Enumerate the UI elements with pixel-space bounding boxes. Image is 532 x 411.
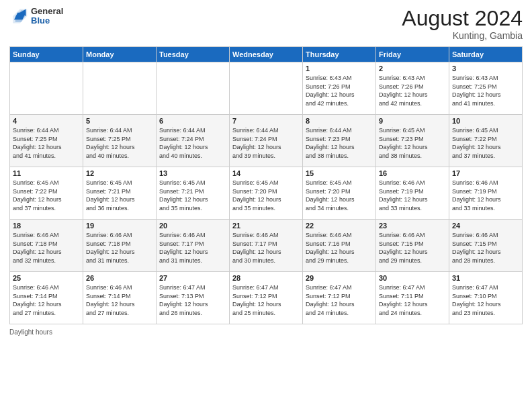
table-row: 7Sunrise: 6:44 AMSunset: 7:24 PMDaylight… [230,115,303,167]
day-number: 8 [306,117,373,125]
logo-text: General Blue [31,7,63,26]
day-number: 24 [452,222,519,230]
generalblue-logo-icon [9,7,28,26]
calendar-week-5: 25Sunrise: 6:46 AMSunset: 7:14 PMDayligh… [10,272,523,324]
day-content: Sunrise: 6:46 AMSunset: 7:14 PMDaylight:… [86,283,153,317]
calendar-table: Sunday Monday Tuesday Wednesday Thursday… [9,46,523,324]
table-row: 26Sunrise: 6:46 AMSunset: 7:14 PMDayligh… [83,272,157,324]
table-row: 23Sunrise: 6:46 AMSunset: 7:15 PMDayligh… [376,220,449,272]
table-row: 3Sunrise: 6:43 AMSunset: 7:25 PMDaylight… [449,62,523,115]
day-content: Sunrise: 6:46 AMSunset: 7:18 PMDaylight:… [13,231,80,265]
logo: General Blue [9,7,63,26]
day-number: 12 [86,169,153,177]
day-content: Sunrise: 6:47 AMSunset: 7:11 PMDaylight:… [379,283,446,317]
daylight-label: Daylight hours [9,328,52,336]
day-content: Sunrise: 6:45 AMSunset: 7:22 PMDaylight:… [13,179,80,212]
day-number: 26 [86,274,153,282]
day-number: 11 [13,169,80,177]
day-content: Sunrise: 6:46 AMSunset: 7:18 PMDaylight:… [86,231,153,265]
title-block: August 2024 Kunting, Gambia [402,7,523,41]
day-content: Sunrise: 6:43 AMSunset: 7:25 PMDaylight:… [452,74,519,107]
col-wednesday: Wednesday [230,47,303,62]
day-number: 19 [86,222,153,230]
day-number: 10 [452,117,519,125]
day-content: Sunrise: 6:47 AMSunset: 7:13 PMDaylight:… [159,283,226,317]
table-row: 6Sunrise: 6:44 AMSunset: 7:24 PMDaylight… [157,115,230,167]
col-tuesday: Tuesday [157,47,230,62]
table-row: 11Sunrise: 6:45 AMSunset: 7:22 PMDayligh… [10,167,83,220]
table-row: 9Sunrise: 6:45 AMSunset: 7:23 PMDaylight… [376,115,449,167]
table-row: 27Sunrise: 6:47 AMSunset: 7:13 PMDayligh… [157,272,230,324]
table-row: 19Sunrise: 6:46 AMSunset: 7:18 PMDayligh… [83,220,157,272]
day-number: 15 [306,169,373,177]
day-number: 17 [452,169,519,177]
logo-blue: Blue [31,16,63,26]
day-content: Sunrise: 6:46 AMSunset: 7:15 PMDaylight:… [452,231,519,265]
table-row: 14Sunrise: 6:45 AMSunset: 7:20 PMDayligh… [230,167,303,220]
day-content: Sunrise: 6:44 AMSunset: 7:23 PMDaylight:… [306,126,373,160]
day-number: 4 [13,117,80,125]
table-row: 18Sunrise: 6:46 AMSunset: 7:18 PMDayligh… [10,220,83,272]
table-row: 5Sunrise: 6:44 AMSunset: 7:25 PMDaylight… [83,115,157,167]
calendar-week-3: 11Sunrise: 6:45 AMSunset: 7:22 PMDayligh… [10,167,523,220]
table-row: 25Sunrise: 6:46 AMSunset: 7:14 PMDayligh… [10,272,83,324]
table-row: 8Sunrise: 6:44 AMSunset: 7:23 PMDaylight… [303,115,376,167]
day-number: 20 [159,222,226,230]
table-row [83,62,157,115]
day-content: Sunrise: 6:46 AMSunset: 7:15 PMDaylight:… [379,231,446,265]
day-content: Sunrise: 6:44 AMSunset: 7:25 PMDaylight:… [13,126,80,160]
table-row: 24Sunrise: 6:46 AMSunset: 7:15 PMDayligh… [449,220,523,272]
table-row: 20Sunrise: 6:46 AMSunset: 7:17 PMDayligh… [157,220,230,272]
day-number: 29 [306,274,373,282]
day-number: 27 [159,274,226,282]
calendar-title: August 2024 [402,7,523,30]
logo-general: General [31,7,63,16]
day-content: Sunrise: 6:45 AMSunset: 7:23 PMDaylight:… [379,126,446,160]
day-number: 2 [379,64,446,73]
day-content: Sunrise: 6:44 AMSunset: 7:24 PMDaylight:… [232,126,300,160]
day-content: Sunrise: 6:46 AMSunset: 7:14 PMDaylight:… [13,283,80,317]
calendar-location: Kunting, Gambia [402,30,523,41]
table-row: 2Sunrise: 6:43 AMSunset: 7:26 PMDaylight… [376,62,449,115]
day-number: 3 [452,64,519,73]
day-number: 31 [452,274,519,282]
day-content: Sunrise: 6:45 AMSunset: 7:20 PMDaylight:… [306,179,373,212]
day-number: 6 [159,117,226,125]
col-saturday: Saturday [449,47,523,62]
day-content: Sunrise: 6:47 AMSunset: 7:10 PMDaylight:… [452,283,519,317]
day-number: 9 [379,117,446,125]
table-row: 17Sunrise: 6:46 AMSunset: 7:19 PMDayligh… [449,167,523,220]
day-number: 30 [379,274,446,282]
page-header: General Blue August 2024 Kunting, Gambia [9,7,523,41]
day-number: 22 [306,222,373,230]
day-number: 18 [13,222,80,230]
table-row: 15Sunrise: 6:45 AMSunset: 7:20 PMDayligh… [303,167,376,220]
table-row: 30Sunrise: 6:47 AMSunset: 7:11 PMDayligh… [376,272,449,324]
day-content: Sunrise: 6:46 AMSunset: 7:19 PMDaylight:… [379,179,446,212]
col-sunday: Sunday [10,47,83,62]
day-content: Sunrise: 6:47 AMSunset: 7:12 PMDaylight:… [306,283,373,317]
day-number: 28 [232,274,300,282]
day-number: 21 [232,222,300,230]
day-content: Sunrise: 6:44 AMSunset: 7:24 PMDaylight:… [159,126,226,160]
table-row: 1Sunrise: 6:43 AMSunset: 7:26 PMDaylight… [303,62,376,115]
day-number: 16 [379,169,446,177]
table-row [10,62,83,115]
table-row: 21Sunrise: 6:46 AMSunset: 7:17 PMDayligh… [230,220,303,272]
day-number: 23 [379,222,446,230]
table-row: 12Sunrise: 6:45 AMSunset: 7:21 PMDayligh… [83,167,157,220]
table-row [157,62,230,115]
calendar-week-1: 1Sunrise: 6:43 AMSunset: 7:26 PMDaylight… [10,62,523,115]
day-number: 25 [13,274,80,282]
col-friday: Friday [376,47,449,62]
table-row: 28Sunrise: 6:47 AMSunset: 7:12 PMDayligh… [230,272,303,324]
table-row: 10Sunrise: 6:45 AMSunset: 7:22 PMDayligh… [449,115,523,167]
calendar-week-2: 4Sunrise: 6:44 AMSunset: 7:25 PMDaylight… [10,115,523,167]
day-content: Sunrise: 6:46 AMSunset: 7:19 PMDaylight:… [452,179,519,212]
table-row: 16Sunrise: 6:46 AMSunset: 7:19 PMDayligh… [376,167,449,220]
day-number: 1 [306,64,373,73]
table-row: 13Sunrise: 6:45 AMSunset: 7:21 PMDayligh… [157,167,230,220]
day-content: Sunrise: 6:45 AMSunset: 7:21 PMDaylight:… [86,179,153,212]
table-row: 31Sunrise: 6:47 AMSunset: 7:10 PMDayligh… [449,272,523,324]
day-content: Sunrise: 6:43 AMSunset: 7:26 PMDaylight:… [379,74,446,107]
